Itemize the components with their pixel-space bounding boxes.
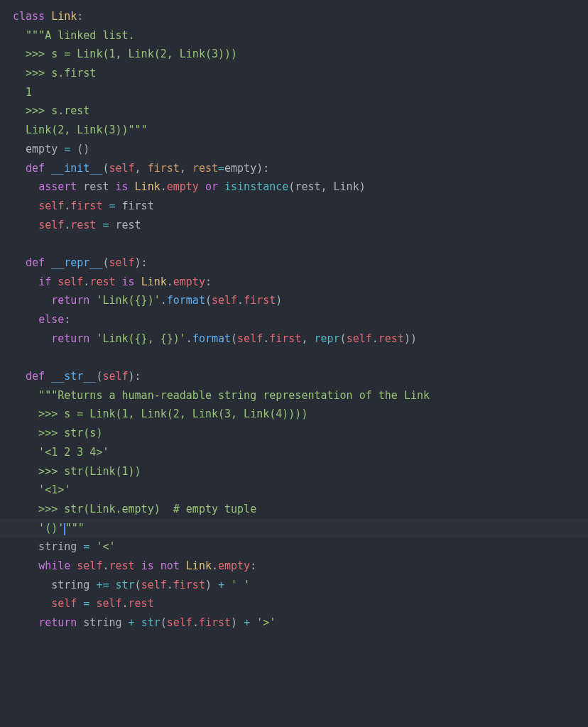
token-attr: first: [173, 579, 205, 591]
code-line[interactable]: empty = (): [13, 140, 588, 159]
token-punct: [135, 559, 141, 572]
token-punct: )): [404, 332, 417, 345]
code-line[interactable]: >>> s = Link(1, Link(2, Link(3))): [13, 45, 588, 64]
code-line[interactable]: >>> s.rest: [13, 102, 588, 121]
token-fn: __init__: [51, 162, 102, 175]
token-punct: :: [77, 10, 83, 23]
code-line[interactable]: def __str__(self):: [13, 367, 588, 386]
code-line[interactable]: '<1>': [13, 481, 588, 500]
token-punct: [199, 180, 205, 193]
code-line[interactable]: >>> s.first: [13, 64, 588, 83]
token-punct: [13, 180, 38, 193]
code-line[interactable]: def __repr__(self):: [13, 253, 588, 273]
code-line[interactable]: self.rest = rest: [13, 216, 588, 235]
token-str: '<': [96, 540, 115, 553]
code-line[interactable]: def __init__(self, first, rest=empty):: [13, 159, 588, 178]
code-line[interactable]: """A linked list.: [13, 26, 588, 45]
token-str: >>> s = Link(1, Link(2, Link(3))): [13, 48, 237, 60]
token-kw: is: [122, 275, 141, 288]
token-str: ' ': [231, 579, 250, 591]
token-punct: .: [160, 294, 167, 307]
token-punct: (: [205, 294, 212, 307]
token-str: 'Link({})': [96, 294, 160, 307]
token-str: 'Link({}, {})': [96, 332, 185, 345]
token-kw: class: [13, 10, 51, 23]
token-builtin: isinstance: [224, 180, 288, 193]
code-line[interactable]: while self.rest is not Link.empty:: [13, 557, 588, 576]
token-kw: not: [160, 559, 186, 572]
token-self: self: [347, 332, 372, 345]
code-line[interactable]: >>> str(s): [13, 424, 588, 443]
token-kw: else: [38, 313, 64, 326]
token-attr: empty: [167, 180, 199, 193]
token-op: +: [129, 616, 135, 629]
token-punct: [13, 294, 51, 307]
code-line[interactable]: >>> s = Link(1, Link(2, Link(3, Link(4))…: [13, 405, 588, 424]
token-self: self: [38, 219, 64, 231]
token-self: self: [109, 256, 134, 269]
token-punct: first: [116, 199, 154, 212]
token-str: >>> s.first: [13, 67, 96, 80]
token-param: first: [148, 162, 180, 175]
code-line[interactable]: [13, 348, 588, 367]
code-line[interactable]: """Returns a human-readable string repre…: [13, 386, 588, 405]
token-str: Link(2, Link(3))""": [13, 124, 148, 136]
token-cls: Link: [135, 180, 160, 193]
token-builtin: repr: [314, 332, 339, 345]
code-line[interactable]: return 'Link({}, {})'.format(self.first,…: [13, 329, 588, 349]
code-line[interactable]: string = '<': [13, 537, 588, 557]
code-line[interactable]: 1: [13, 83, 588, 102]
token-punct: rest: [83, 180, 115, 193]
code-line[interactable]: if self.rest is Link.empty:: [13, 273, 588, 292]
token-kw: if: [38, 275, 58, 288]
token-punct: empty: [13, 143, 64, 155]
code-line[interactable]: self = self.rest: [13, 594, 588, 613]
code-line[interactable]: >>> str(Link.empty) # empty tuple: [13, 500, 588, 519]
token-punct: .: [372, 332, 379, 345]
code-line[interactable]: '()'""": [0, 519, 588, 538]
code-line[interactable]: [13, 234, 588, 253]
code-line[interactable]: '<1 2 3 4>': [13, 443, 588, 462]
token-punct: [13, 256, 26, 269]
code-line[interactable]: self.first = first: [13, 197, 588, 216]
token-punct: ):: [256, 162, 269, 175]
code-line[interactable]: class Link:: [13, 7, 588, 26]
code-editor[interactable]: class Link: """A linked list. >>> s = Li…: [13, 7, 588, 633]
code-line[interactable]: return 'Link({})'.format(self.first): [13, 291, 588, 310]
token-punct: string: [83, 616, 128, 629]
token-self: self: [58, 275, 83, 288]
code-line[interactable]: assert rest is Link.empty or isinstance(…: [13, 177, 588, 197]
token-cls: Link: [186, 559, 212, 572]
code-line[interactable]: return string + str(self.first) + '>': [13, 613, 588, 633]
token-attr: first: [269, 332, 301, 345]
token-punct: (: [135, 579, 141, 591]
code-line[interactable]: string += str(self.first) + ' ': [13, 576, 588, 595]
token-punct: .: [192, 616, 199, 629]
token-punct: string: [13, 579, 96, 591]
token-kw: return: [51, 294, 96, 307]
token-punct: ): [205, 579, 218, 591]
token-str: >>> str(s): [13, 427, 102, 439]
token-kw: return: [51, 332, 96, 345]
token-fn: format: [167, 294, 205, 307]
token-punct: .: [160, 180, 167, 193]
token-punct: (: [160, 616, 167, 629]
token-punct: [13, 370, 26, 383]
token-builtin: str: [141, 616, 160, 629]
token-self: self: [109, 162, 134, 175]
token-str: >>> s = Link(1, Link(2, Link(3, Link(4))…: [13, 408, 307, 420]
token-punct: [13, 597, 51, 610]
token-str: 1: [13, 86, 32, 99]
token-punct: .: [64, 219, 70, 231]
token-str: """A linked list.: [26, 29, 135, 42]
token-punct: ,: [135, 162, 148, 175]
token-kw: def: [26, 162, 51, 175]
token-str: """Returns a human-readable string repre…: [38, 389, 430, 402]
code-line[interactable]: else:: [13, 310, 588, 329]
code-line[interactable]: Link(2, Link(3))""": [13, 121, 588, 140]
token-builtin: str: [116, 579, 135, 591]
token-self: self: [237, 332, 263, 345]
token-punct: ,: [180, 162, 192, 175]
token-cls: Link: [51, 10, 77, 23]
code-line[interactable]: >>> str(Link(1)): [13, 462, 588, 481]
